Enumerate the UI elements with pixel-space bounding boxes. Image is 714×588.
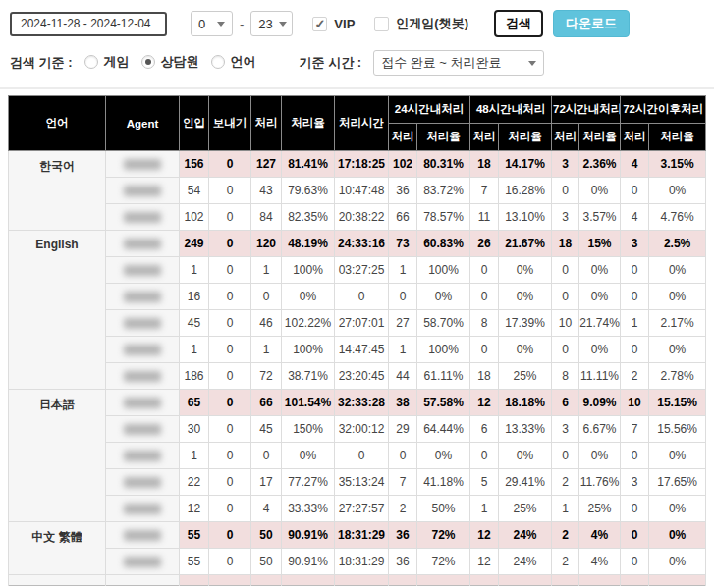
time-basis-select[interactable]: 접수 완료 ~ 처리완료 xyxy=(373,50,544,76)
table-row: 101100%03:27:251100%00%00%00% xyxy=(9,257,706,284)
stat-cell: 0 xyxy=(470,337,499,363)
table-row: 16000%000%00%00%00% xyxy=(9,284,706,310)
agent-name-redacted xyxy=(124,212,161,223)
stat-cell: 11.11% xyxy=(579,363,621,390)
stat-cell: 35:13:24 xyxy=(335,469,389,496)
stat-cell: 2 xyxy=(389,496,417,522)
stat-cell: 0 xyxy=(209,390,251,416)
stat-cell: 77.27% xyxy=(282,469,335,496)
stat-cell: 0% xyxy=(417,443,470,469)
stat-cell: 11.76% xyxy=(579,469,621,496)
stat-cell: 50 xyxy=(251,549,282,575)
stat-cell: 45 xyxy=(180,310,209,337)
stat-cell: 17:18:25 xyxy=(335,151,389,178)
stat-cell xyxy=(282,575,335,586)
radio-언어[interactable]: 언어 xyxy=(211,53,256,71)
stat-cell: 15.56% xyxy=(649,416,706,443)
stat-cell: 156 xyxy=(180,151,209,178)
agent-name-redacted xyxy=(124,265,161,276)
search-button[interactable]: 검색 xyxy=(494,10,543,37)
stat-cell: 0% xyxy=(579,178,621,204)
stat-cell: 100% xyxy=(417,257,470,284)
stat-cell: 0 xyxy=(209,284,251,310)
stat-cell: 25% xyxy=(499,496,552,522)
stat-cell: 0 xyxy=(552,443,579,469)
chevron-down-icon xyxy=(528,61,536,66)
language-cell: 日本語 xyxy=(9,390,106,522)
chevron-down-icon xyxy=(217,22,225,27)
download-button[interactable]: 다운로드 xyxy=(553,10,630,37)
radio-게임[interactable]: 게임 xyxy=(84,53,130,71)
language-cell: 한국어 xyxy=(9,151,106,231)
hour-to-select[interactable]: 23 xyxy=(250,11,293,36)
agent-name-redacted xyxy=(124,530,161,541)
column-header: 보내기 xyxy=(209,96,251,151)
agent-cell xyxy=(106,469,180,496)
stat-cell: 2 xyxy=(552,549,579,575)
stat-cell: 0 xyxy=(209,310,251,337)
agent-cell xyxy=(106,310,180,337)
hour-from-select[interactable]: 0 xyxy=(191,11,233,36)
stat-cell: 2 xyxy=(621,363,649,390)
checkbox-checked-icon: ✓ xyxy=(312,17,327,31)
stat-cell: 55 xyxy=(180,522,209,549)
stat-cell: 0% xyxy=(649,443,706,469)
stat-cell: 0% xyxy=(417,284,470,310)
column-subheader: 처리 xyxy=(621,124,649,151)
stat-cell: 44 xyxy=(389,363,417,390)
ingame-checkbox[interactable]: 인게임(챗봇) xyxy=(374,15,468,32)
stat-cell: 12 xyxy=(470,522,499,549)
stat-cell: 61.11% xyxy=(417,363,470,390)
column-subheader: 처리 xyxy=(470,124,499,151)
agent-cell xyxy=(106,151,180,178)
table-row: 10208482.35%20:38:226678.57%1113.10%33.5… xyxy=(9,204,706,231)
stat-cell: 0 xyxy=(209,337,251,363)
stat-cell: 54 xyxy=(180,178,209,204)
stat-cell: 0 xyxy=(209,443,251,469)
radio-상담원[interactable]: 상담원 xyxy=(141,53,199,71)
stat-cell: 0% xyxy=(282,443,335,469)
stat-cell: 1 xyxy=(180,443,209,469)
stat-cell: 0% xyxy=(499,284,552,310)
search-criteria-label: 검색 기준 : xyxy=(10,54,73,72)
stat-cell: 12 xyxy=(470,549,499,575)
agent-name-redacted xyxy=(124,371,161,382)
vip-checkbox[interactable]: ✓ VIP xyxy=(312,17,355,31)
stat-cell: 66 xyxy=(389,204,417,231)
stat-cell: 32:33:28 xyxy=(335,390,389,416)
stat-cell: 0 xyxy=(621,522,649,549)
stat-cell: 7 xyxy=(389,469,417,496)
stat-cell: 30 xyxy=(180,416,209,443)
stat-cell: 5 xyxy=(470,469,499,496)
agent-cell xyxy=(106,549,180,575)
column-group-header: 72시간내처리 xyxy=(552,96,621,124)
stat-cell: 41.18% xyxy=(417,469,470,496)
agent-name-redacted xyxy=(124,477,161,488)
stat-cell: 16.28% xyxy=(499,178,552,204)
column-header: Agent xyxy=(106,96,180,151)
stat-cell: 0% xyxy=(649,337,706,363)
stat-cell: 36 xyxy=(389,549,417,575)
agent-cell xyxy=(106,522,180,549)
stat-cell: 18 xyxy=(470,363,499,390)
agent-cell xyxy=(106,496,180,522)
stat-cell: 2.17% xyxy=(649,310,706,337)
time-basis-value: 접수 완료 ~ 처리완료 xyxy=(381,54,501,72)
stat-cell: 90.91% xyxy=(282,549,335,575)
stat-cell: 15% xyxy=(579,231,621,257)
stat-cell xyxy=(499,575,552,586)
stat-cell: 3 xyxy=(552,416,579,443)
stat-cell: 29 xyxy=(389,416,417,443)
stat-cell: 17.39% xyxy=(499,310,552,337)
stat-cell: 0 xyxy=(470,257,499,284)
stat-cell: 6 xyxy=(470,416,499,443)
stat-cell: 0 xyxy=(209,151,251,178)
stat-cell: 0 xyxy=(335,443,389,469)
stat-cell: 38 xyxy=(389,390,417,416)
stat-cell: 3 xyxy=(621,469,649,496)
stat-cell: 78.57% xyxy=(417,204,470,231)
date-range-input[interactable] xyxy=(10,12,167,36)
agent-stats-table: 언어Agent인입보내기처리처리율처리시간24시간내처리48시간내처리72시간내… xyxy=(8,95,706,586)
stat-cell: 2.36% xyxy=(579,151,621,178)
stat-cell: 0% xyxy=(579,284,621,310)
